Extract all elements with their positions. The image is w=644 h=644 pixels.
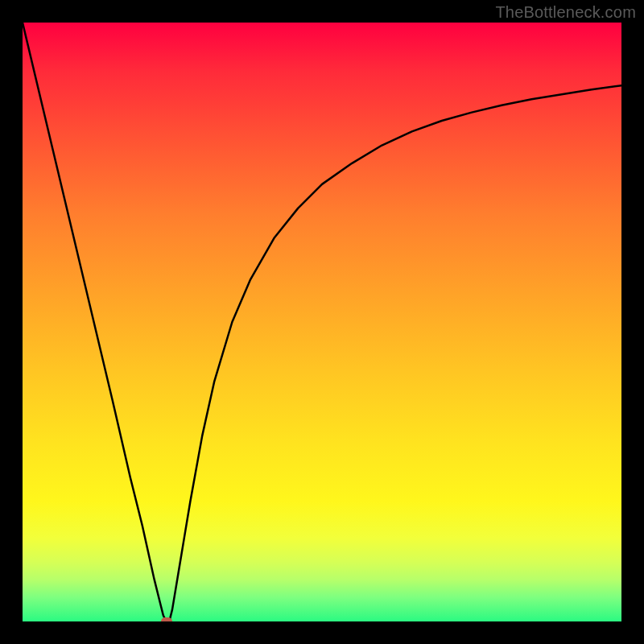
bottleneck-curve: [23, 23, 621, 621]
watermark-text: TheBottleneck.com: [495, 3, 636, 22]
plot-area: [23, 23, 621, 621]
optimal-point-marker: [161, 617, 172, 621]
chart-frame: TheBottleneck.com: [0, 0, 644, 644]
